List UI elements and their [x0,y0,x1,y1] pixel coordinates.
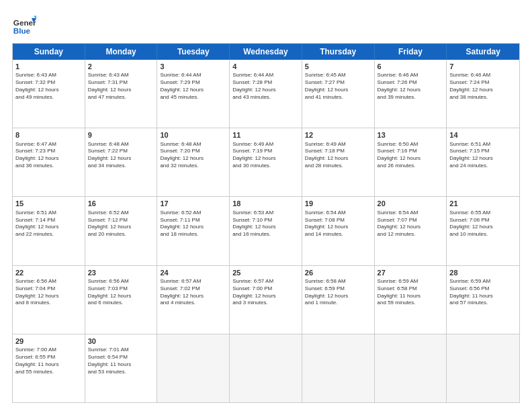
calendar-cell: 6Sunrise: 6:46 AM Sunset: 7:26 PM Daylig… [375,60,447,128]
cell-date-number: 9 [88,130,154,140]
cell-date-number: 15 [15,199,82,208]
calendar-row-3: 15Sunrise: 6:51 AM Sunset: 7:14 PM Dayli… [13,197,519,265]
calendar-cell [230,334,302,402]
calendar-cell: 7Sunrise: 6:46 AM Sunset: 7:24 PM Daylig… [447,60,519,128]
calendar-cell: 11Sunrise: 6:49 AM Sunset: 7:19 PM Dayli… [230,128,302,196]
cell-info: Sunrise: 6:57 AM Sunset: 7:00 PM Dayligh… [232,278,299,307]
cell-info: Sunrise: 6:53 AM Sunset: 7:10 PM Dayligh… [232,210,299,238]
calendar-row-4: 22Sunrise: 6:56 AM Sunset: 7:04 PM Dayli… [13,266,519,334]
cell-date-number: 16 [88,199,154,208]
cell-date-number: 8 [15,130,82,140]
cell-info: Sunrise: 6:58 AM Sunset: 6:59 PM Dayligh… [305,278,371,307]
calendar-cell: 17Sunrise: 6:52 AM Sunset: 7:11 PM Dayli… [157,197,230,265]
calendar-cell: 26Sunrise: 6:58 AM Sunset: 6:59 PM Dayli… [302,266,375,334]
cell-date-number: 5 [305,62,371,71]
cell-date-number: 7 [449,62,517,71]
cell-info: Sunrise: 6:48 AM Sunset: 7:22 PM Dayligh… [88,141,154,170]
cell-date-number: 14 [449,130,517,140]
cell-info: Sunrise: 6:48 AM Sunset: 7:20 PM Dayligh… [160,141,226,170]
cell-info: Sunrise: 6:59 AM Sunset: 6:56 PM Dayligh… [449,278,517,307]
cell-info: Sunrise: 6:56 AM Sunset: 7:03 PM Dayligh… [88,278,154,307]
cell-info: Sunrise: 6:52 AM Sunset: 7:12 PM Dayligh… [88,210,154,238]
calendar-cell [157,334,230,402]
calendar-cell: 22Sunrise: 6:56 AM Sunset: 7:04 PM Dayli… [13,266,85,334]
cell-date-number: 10 [160,130,226,140]
calendar-cell: 19Sunrise: 6:54 AM Sunset: 7:08 PM Dayli… [302,197,375,265]
cell-info: Sunrise: 6:59 AM Sunset: 6:58 PM Dayligh… [378,278,444,307]
logo: General Blue [12,12,36,36]
calendar-cell: 25Sunrise: 6:57 AM Sunset: 7:00 PM Dayli… [230,266,302,334]
day-header-friday: Friday [375,44,447,60]
calendar-row-2: 8Sunrise: 6:47 AM Sunset: 7:23 PM Daylig… [13,128,519,197]
cell-date-number: 23 [88,268,154,277]
calendar-cell: 28Sunrise: 6:59 AM Sunset: 6:56 PM Dayli… [447,266,519,334]
cell-date-number: 27 [378,268,444,277]
cell-info: Sunrise: 6:56 AM Sunset: 7:04 PM Dayligh… [15,278,82,307]
calendar-cell [302,334,375,402]
calendar-body: 1Sunrise: 6:43 AM Sunset: 7:32 PM Daylig… [13,60,519,402]
calendar-row-1: 1Sunrise: 6:43 AM Sunset: 7:32 PM Daylig… [13,60,519,128]
cell-date-number: 13 [378,130,444,140]
cell-info: Sunrise: 6:51 AM Sunset: 7:15 PM Dayligh… [449,141,517,170]
calendar-cell: 12Sunrise: 6:49 AM Sunset: 7:18 PM Dayli… [302,128,375,196]
cell-info: Sunrise: 6:46 AM Sunset: 7:26 PM Dayligh… [378,72,444,101]
cell-info: Sunrise: 6:57 AM Sunset: 7:02 PM Dayligh… [160,278,226,307]
calendar-cell: 10Sunrise: 6:48 AM Sunset: 7:20 PM Dayli… [157,128,230,196]
calendar-cell: 15Sunrise: 6:51 AM Sunset: 7:14 PM Dayli… [13,197,85,265]
cell-date-number: 19 [305,199,371,208]
cell-info: Sunrise: 6:52 AM Sunset: 7:11 PM Dayligh… [160,210,226,238]
svg-text:Blue: Blue [13,26,31,35]
calendar-cell: 2Sunrise: 6:43 AM Sunset: 7:31 PM Daylig… [85,60,158,128]
cell-date-number: 29 [15,336,82,346]
calendar-cell: 4Sunrise: 6:44 AM Sunset: 7:28 PM Daylig… [230,60,302,128]
cell-info: Sunrise: 6:54 AM Sunset: 7:08 PM Dayligh… [305,210,371,238]
page-header: General Blue [12,12,520,36]
day-header-tuesday: Tuesday [157,44,230,60]
cell-date-number: 18 [232,199,299,208]
cell-info: Sunrise: 6:50 AM Sunset: 7:16 PM Dayligh… [378,141,444,170]
cell-info: Sunrise: 6:46 AM Sunset: 7:24 PM Dayligh… [449,72,517,101]
day-header-sunday: Sunday [13,44,85,60]
calendar: SundayMondayTuesdayWednesdayThursdayFrid… [12,43,520,403]
calendar-row-5: 29Sunrise: 7:00 AM Sunset: 6:55 PM Dayli… [13,334,519,402]
calendar-cell: 24Sunrise: 6:57 AM Sunset: 7:02 PM Dayli… [157,266,230,334]
cell-info: Sunrise: 7:00 AM Sunset: 6:55 PM Dayligh… [15,347,82,375]
cell-date-number: 30 [88,336,154,346]
logo-icon: General Blue [12,12,36,36]
cell-info: Sunrise: 6:49 AM Sunset: 7:18 PM Dayligh… [305,141,371,170]
cell-info: Sunrise: 6:55 AM Sunset: 7:06 PM Dayligh… [449,210,517,238]
cell-info: Sunrise: 6:54 AM Sunset: 7:07 PM Dayligh… [378,210,444,238]
calendar-cell: 21Sunrise: 6:55 AM Sunset: 7:06 PM Dayli… [447,197,519,265]
cell-date-number: 11 [232,130,299,140]
cell-info: Sunrise: 6:44 AM Sunset: 7:29 PM Dayligh… [160,72,226,101]
cell-date-number: 2 [88,62,154,71]
calendar-cell: 30Sunrise: 7:01 AM Sunset: 6:54 PM Dayli… [85,334,158,402]
day-header-monday: Monday [85,44,158,60]
cell-info: Sunrise: 6:49 AM Sunset: 7:19 PM Dayligh… [232,141,299,170]
cell-info: Sunrise: 6:45 AM Sunset: 7:27 PM Dayligh… [305,72,371,101]
cell-info: Sunrise: 6:43 AM Sunset: 7:32 PM Dayligh… [15,72,82,101]
cell-info: Sunrise: 6:47 AM Sunset: 7:23 PM Dayligh… [15,141,82,170]
calendar-cell [447,334,519,402]
cell-info: Sunrise: 6:51 AM Sunset: 7:14 PM Dayligh… [15,210,82,238]
cell-date-number: 1 [15,62,82,71]
cell-date-number: 17 [160,199,226,208]
calendar-cell [375,334,447,402]
calendar-cell: 18Sunrise: 6:53 AM Sunset: 7:10 PM Dayli… [230,197,302,265]
cell-date-number: 20 [378,199,444,208]
cell-date-number: 12 [305,130,371,140]
cell-date-number: 28 [449,268,517,277]
day-header-saturday: Saturday [447,44,519,60]
day-header-wednesday: Wednesday [230,44,302,60]
cell-date-number: 4 [232,62,299,71]
calendar-cell: 3Sunrise: 6:44 AM Sunset: 7:29 PM Daylig… [157,60,230,128]
calendar-cell: 29Sunrise: 7:00 AM Sunset: 6:55 PM Dayli… [13,334,85,402]
calendar-cell: 13Sunrise: 6:50 AM Sunset: 7:16 PM Dayli… [375,128,447,196]
calendar-cell: 1Sunrise: 6:43 AM Sunset: 7:32 PM Daylig… [13,60,85,128]
cell-date-number: 21 [449,199,517,208]
cell-info: Sunrise: 7:01 AM Sunset: 6:54 PM Dayligh… [88,347,154,375]
calendar-cell: 5Sunrise: 6:45 AM Sunset: 7:27 PM Daylig… [302,60,375,128]
cell-date-number: 26 [305,268,371,277]
cell-info: Sunrise: 6:44 AM Sunset: 7:28 PM Dayligh… [232,72,299,101]
calendar-cell: 9Sunrise: 6:48 AM Sunset: 7:22 PM Daylig… [85,128,158,196]
